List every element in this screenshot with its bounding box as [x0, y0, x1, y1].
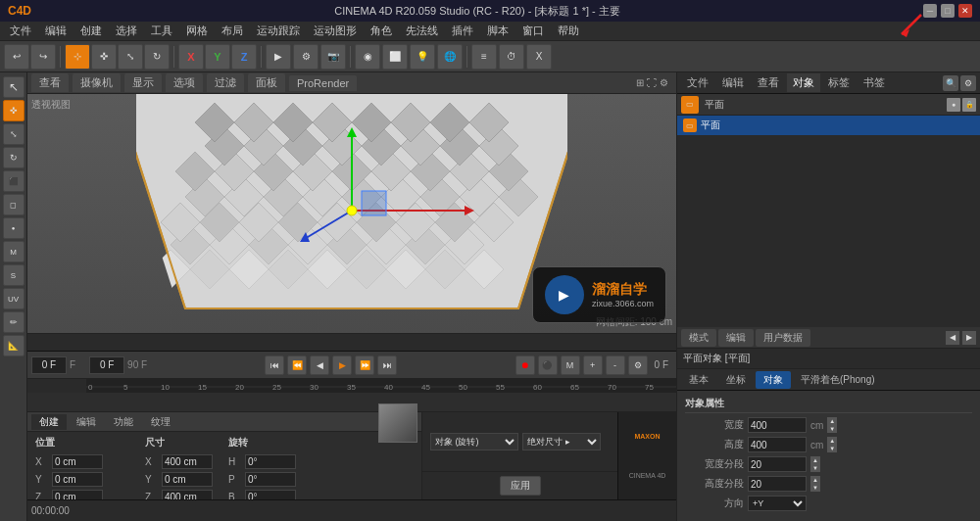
prop-tab-phong[interactable]: 平滑着色(Phong) — [793, 371, 883, 389]
bp-tab-edit[interactable]: 编辑 — [69, 414, 104, 430]
z-axis-button[interactable]: Z — [231, 44, 257, 70]
model-tool[interactable]: M — [3, 241, 24, 262]
rp-tab-edit[interactable]: 编辑 — [716, 73, 750, 92]
bp-tab-texture[interactable]: 纹理 — [143, 414, 178, 430]
menu-item-选择[interactable]: 选择 — [110, 22, 143, 40]
size-x-input[interactable] — [162, 454, 213, 469]
maximize-button[interactable]: □ — [941, 4, 955, 18]
start-frame-input[interactable] — [31, 356, 67, 374]
prop-tab-object[interactable]: 对象 — [756, 371, 791, 389]
texture-button[interactable]: ⬜ — [382, 44, 408, 70]
menu-item-脚本[interactable]: 脚本 — [481, 22, 514, 40]
width-seg-down-button[interactable]: ▼ — [810, 464, 820, 472]
mode-tab-mode[interactable]: 模式 — [681, 329, 716, 347]
render-settings-button[interactable]: ⚙ — [293, 44, 318, 70]
rp-lock-icon[interactable]: 🔒 — [962, 98, 976, 112]
menu-item-网格[interactable]: 网格 — [180, 22, 214, 40]
apply-button[interactable]: 应用 — [500, 476, 541, 496]
key-add-button[interactable]: + — [583, 355, 603, 375]
y-axis-button[interactable]: Y — [205, 44, 230, 70]
material-button[interactable]: ◉ — [355, 44, 380, 70]
menu-item-插件[interactable]: 插件 — [446, 22, 479, 40]
vp-tab-filter[interactable]: 过滤 — [207, 73, 244, 92]
rotate-tool[interactable]: ↻ — [3, 147, 24, 168]
pos-x-input[interactable] — [52, 454, 103, 469]
timeline-button[interactable]: ⏱ — [499, 44, 524, 70]
width-down-button[interactable]: ▼ — [827, 425, 837, 433]
object-mode-select[interactable]: 对象 (旋转) — [430, 433, 518, 450]
width-input[interactable] — [748, 417, 807, 433]
move-button[interactable]: ✜ — [91, 44, 117, 70]
vp-tab-prorender[interactable]: ProRender — [289, 75, 357, 91]
x-axis-button[interactable]: X — [178, 44, 204, 70]
select-tool[interactable]: ↖ — [3, 76, 24, 98]
rp-tab-bookmarks[interactable]: 书签 — [858, 73, 891, 92]
pen-tool[interactable]: ✏ — [3, 311, 24, 333]
width-seg-input[interactable] — [748, 456, 807, 472]
undo-button[interactable]: ↩ — [4, 44, 29, 70]
uv-tool[interactable]: UV — [3, 288, 24, 309]
auto-key-button[interactable]: ⚫ — [538, 355, 558, 375]
rp-tab-view[interactable]: 查看 — [752, 73, 785, 92]
key-remove-button[interactable]: - — [606, 355, 625, 375]
goto-start-button[interactable]: ⏮ — [265, 355, 284, 375]
vp-tab-camera[interactable]: 摄像机 — [73, 73, 121, 92]
rot-h-input[interactable] — [245, 454, 296, 469]
menu-item-工具[interactable]: 工具 — [145, 22, 178, 40]
obj-manager-button[interactable]: ≡ — [471, 44, 497, 70]
add-camera-button[interactable]: 📷 — [320, 44, 346, 70]
rot-p-input[interactable] — [245, 472, 296, 487]
height-up-button[interactable]: ▲ — [827, 437, 837, 445]
record-button[interactable]: ⏺ — [515, 355, 535, 375]
scale-tool[interactable]: ⤡ — [3, 123, 24, 145]
mode-tab-userdata[interactable]: 用户数据 — [756, 329, 810, 347]
rp-tab-file[interactable]: 文件 — [681, 73, 714, 92]
vp-tab-options[interactable]: 选项 — [166, 73, 203, 92]
vp-tab-panel[interactable]: 面板 — [248, 73, 285, 92]
mode-tab-edit[interactable]: 编辑 — [718, 329, 754, 347]
poly-select-tool[interactable]: ⬛ — [3, 170, 24, 192]
play-back-button[interactable]: ◀ — [310, 355, 329, 375]
menu-item-先法线[interactable]: 先法线 — [400, 22, 444, 40]
prop-tab-basic[interactable]: 基本 — [681, 371, 716, 389]
width-up-button[interactable]: ▲ — [827, 417, 837, 425]
rp-plane-icon[interactable]: ▭ — [681, 96, 699, 114]
point-select-tool[interactable]: ● — [3, 217, 24, 239]
prev-frame-button[interactable]: ⏪ — [287, 355, 307, 375]
pos-y-input[interactable] — [52, 472, 103, 487]
rp-tab-tags[interactable]: 标签 — [822, 73, 856, 92]
close-button[interactable]: ✕ — [958, 4, 972, 18]
motion-button[interactable]: M — [561, 355, 580, 375]
vp-tab-view[interactable]: 查看 — [31, 73, 69, 92]
scale-button[interactable]: ⤡ — [118, 44, 143, 70]
size-mode-select[interactable]: 绝对尺寸 ▸ — [522, 433, 601, 450]
height-seg-input[interactable] — [748, 476, 807, 492]
prop-back-button[interactable]: ◀ — [946, 331, 959, 345]
rotate-button[interactable]: ↻ — [144, 44, 170, 70]
menu-item-角色[interactable]: 角色 — [365, 22, 398, 40]
menu-item-运动图形[interactable]: 运动图形 — [308, 22, 363, 40]
height-seg-down-button[interactable]: ▼ — [810, 484, 820, 492]
play-forward-button[interactable]: ▶ — [332, 355, 352, 375]
timeline-bar[interactable]: 0 5 10 15 20 25 30 35 40 45 50 55 60 65 — [27, 379, 676, 393]
sculpt-tool[interactable]: S — [3, 264, 24, 286]
rp-vis-icon[interactable]: ● — [947, 98, 960, 112]
move-tool[interactable]: ✜ — [3, 100, 24, 121]
direction-select[interactable]: +Y +X +Z -Y — [748, 496, 807, 511]
obj-row-plane[interactable]: ▭ 平面 — [677, 116, 980, 135]
select-button[interactable]: ⊹ — [65, 44, 90, 70]
menu-item-布局[interactable]: 布局 — [216, 22, 249, 40]
bp-tab-function[interactable]: 功能 — [106, 414, 141, 430]
height-input[interactable] — [748, 437, 807, 452]
width-seg-up-button[interactable]: ▲ — [810, 456, 820, 464]
prop-tab-coords[interactable]: 坐标 — [718, 371, 754, 389]
3d-viewport[interactable]: 透视视图 — [27, 94, 676, 333]
redo-button[interactable]: ↪ — [30, 44, 56, 70]
size-y-input[interactable] — [162, 472, 213, 487]
key-settings-button[interactable]: ⚙ — [628, 355, 648, 375]
menu-item-编辑[interactable]: 编辑 — [39, 22, 73, 40]
search-icon[interactable]: 🔍 — [943, 75, 958, 91]
menu-item-帮助[interactable]: 帮助 — [552, 22, 585, 40]
menu-item-窗口[interactable]: 窗口 — [516, 22, 550, 40]
xpresso-button[interactable]: X — [526, 44, 552, 70]
